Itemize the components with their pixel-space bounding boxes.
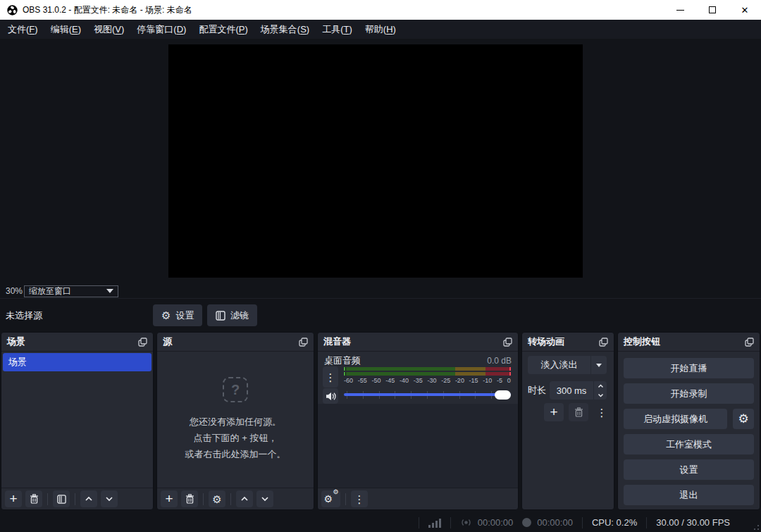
obs-window: OBS 31.0.2 - 配置文件: 未命名 - 场景: 未命名 ✕ 文件(F)…: [0, 0, 761, 532]
trash-icon: [30, 494, 39, 504]
transition-menu-button[interactable]: ⋮: [595, 403, 608, 421]
preview-area: [0, 39, 761, 284]
sources-toolbar: + ⚙: [157, 488, 314, 509]
plus-icon: +: [550, 405, 557, 419]
start-recording-button[interactable]: 开始录制: [624, 383, 754, 404]
transition-value: 淡入淡出: [528, 359, 590, 371]
popup-icon[interactable]: [503, 338, 512, 347]
scene-list-item[interactable]: 场景: [3, 353, 151, 371]
minimize-button[interactable]: [664, 0, 696, 20]
audio-mixer-dock: 混音器 桌面音频 0.0 dB ⋮ -60-55-50-45-40-35-30-…: [317, 332, 519, 510]
controls-dock-header: 控制按钮: [618, 333, 760, 352]
scenes-dock: 场景 场景 +: [1, 332, 154, 510]
popup-icon[interactable]: [138, 338, 147, 347]
start-virtual-camera-button[interactable]: 启动虚拟摄像机: [624, 409, 727, 429]
mute-button[interactable]: [323, 388, 338, 404]
maximize-button[interactable]: [696, 0, 729, 20]
menu-item-scene-collection[interactable]: 场景集合(S): [254, 20, 316, 39]
move-scene-down-button[interactable]: [101, 490, 118, 507]
meter-bar-right: [344, 372, 511, 376]
resize-grip[interactable]: [753, 524, 759, 530]
transitions-dock-header: 转场动画: [522, 333, 614, 352]
source-properties-button[interactable]: ⚙: [209, 490, 225, 507]
db-tick-label: -10: [483, 377, 492, 384]
move-source-down-button[interactable]: [256, 490, 273, 507]
controls-dock-title: 控制按钮: [624, 335, 660, 348]
menu-item-edit[interactable]: 编辑(E): [44, 20, 87, 39]
mixer-channel-row: 桌面音频 0.0 dB: [324, 354, 512, 367]
close-icon: ✕: [741, 6, 749, 15]
sources-empty-line: 或者右击此处添加一个。: [185, 446, 286, 462]
remove-scene-button[interactable]: [25, 490, 42, 507]
mixer-dock-title: 混音器: [323, 335, 351, 348]
add-transition-button[interactable]: +: [544, 403, 564, 421]
studio-mode-button[interactable]: 工作室模式: [624, 434, 754, 454]
menu-item-docks[interactable]: 停靠窗口(D): [130, 20, 192, 39]
spin-arrows: [593, 381, 607, 400]
volume-slider[interactable]: [344, 390, 511, 400]
add-scene-button[interactable]: +: [5, 490, 22, 507]
network-signal-icon: [428, 518, 441, 528]
transitions-dock: 转场动画 淡入淡出 时长 300 ms: [521, 332, 614, 510]
record-status: 00:00:00: [522, 517, 573, 528]
popup-icon[interactable]: [599, 338, 608, 347]
move-source-up-button[interactable]: [236, 490, 253, 507]
scene-filters-button[interactable]: [53, 490, 70, 507]
advanced-audio-button[interactable]: ⚙⚙: [321, 490, 340, 507]
move-scene-up-button[interactable]: [80, 490, 97, 507]
zoom-mode-select[interactable]: 缩放至窗口: [24, 285, 118, 297]
preview-canvas[interactable]: [168, 44, 583, 278]
chevron-up-icon: [240, 496, 249, 502]
volume-slider-handle[interactable]: [495, 390, 511, 400]
stream-time: 00:00:00: [478, 517, 514, 528]
scenes-dock-title: 场景: [7, 335, 25, 348]
remove-source-button[interactable]: [181, 490, 198, 507]
channel-menu-button[interactable]: ⋮: [323, 366, 338, 388]
combo-arrow: [590, 356, 607, 374]
menu-item-view[interactable]: 视图(V): [87, 20, 130, 39]
sources-empty-state[interactable]: ? 您还没有添加任何源。 点击下面的 + 按钮， 或者右击此处添加一个。: [157, 352, 314, 487]
zoom-percent: 30%: [6, 286, 24, 296]
record-time: 00:00:00: [537, 517, 573, 528]
remove-transition-button[interactable]: [569, 403, 588, 421]
source-filters-button[interactable]: 滤镜: [207, 304, 257, 326]
db-tick-label: -45: [385, 377, 395, 384]
menu-item-file[interactable]: 文件(F): [1, 20, 44, 39]
fps: 30.00 / 30.00 FPS: [656, 517, 730, 528]
source-settings-button[interactable]: ⚙ 设置: [153, 304, 202, 326]
cpu-usage: CPU: 0.2%: [592, 517, 637, 528]
statusbar-separator: [450, 517, 451, 528]
mixer-dock-header: 混音器: [318, 333, 518, 352]
maximize-icon: [709, 6, 716, 13]
statusbar-separator: [646, 517, 647, 528]
toolbar-separator: [75, 493, 75, 505]
exit-button[interactable]: 退出: [624, 485, 754, 505]
window-title: OBS 31.0.2 - 配置文件: 未命名 - 场景: 未命名: [23, 4, 192, 16]
duration-up-button[interactable]: [594, 381, 607, 390]
mixer-empty-area: [318, 404, 518, 488]
transition-select[interactable]: 淡入淡出: [528, 356, 607, 374]
mixer-toolbar: ⚙⚙ ⋮: [318, 488, 518, 509]
settings-button[interactable]: 设置: [624, 459, 754, 480]
chevron-down-icon: [596, 364, 602, 367]
add-source-button[interactable]: +: [161, 490, 178, 507]
menu-item-profile[interactable]: 配置文件(P): [192, 20, 254, 39]
dots-vertical-icon: ⋮: [597, 407, 607, 418]
dots-vertical-icon: ⋮: [354, 494, 365, 505]
start-streaming-button[interactable]: 开始直播: [624, 358, 754, 378]
duration-down-button[interactable]: [594, 390, 607, 400]
source-settings-label: 设置: [175, 309, 194, 322]
menu-item-help[interactable]: 帮助(H): [359, 20, 402, 39]
virtual-camera-settings-button[interactable]: ⚙: [733, 409, 754, 429]
mixer-menu-button[interactable]: ⋮: [351, 490, 368, 507]
popup-icon[interactable]: [299, 338, 308, 347]
duration-input[interactable]: 300 ms: [550, 381, 607, 400]
close-button[interactable]: ✕: [729, 0, 761, 20]
menu-item-tools[interactable]: 工具(T): [316, 20, 359, 39]
controls-dock: 控制按钮 开始直播 开始录制 启动虚拟摄像机 ⚙ 工作室模式 设置 退出: [617, 332, 760, 510]
preview-zoom-row: 30% 缩放至窗口: [0, 284, 761, 298]
popup-icon[interactable]: [745, 338, 754, 347]
db-tick-label: -20: [455, 377, 464, 384]
sources-empty-line: 点击下面的 + 按钮，: [194, 430, 278, 446]
db-tick-label: -50: [371, 377, 380, 384]
